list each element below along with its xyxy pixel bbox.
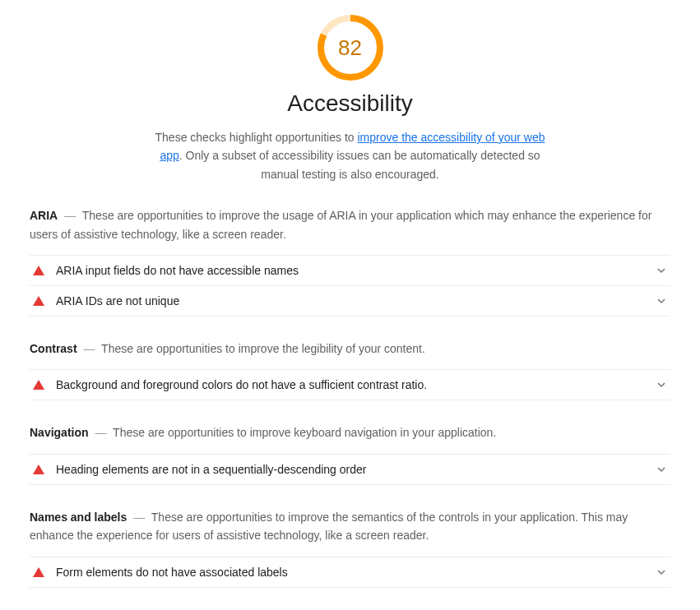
audit-label: ARIA IDs are not unique [56,294,656,307]
chevron-down-icon [656,295,667,307]
section-header-navigation: Navigation — These are opportunities to … [30,423,670,441]
warning-icon [33,464,44,474]
section-header-aria: ARIA — These are opportunities to improv… [30,206,670,243]
audit-label: Background and foreground colors do not … [56,378,656,391]
chevron-down-icon [656,379,667,390]
audit-row[interactable]: ARIA IDs are not unique [30,286,670,317]
warning-icon [33,380,44,390]
audit-row[interactable]: Form elements do not have associated lab… [30,557,670,588]
score-gauge: 82 [318,15,383,81]
section-names-labels: Names and labels — These are opportuniti… [30,508,670,588]
warning-icon [33,296,44,306]
chevron-down-icon [656,265,667,276]
section-header-names-labels: Names and labels — These are opportuniti… [30,508,670,545]
section-contrast: Contrast — These are opportunities to im… [30,340,670,400]
report-header: 82 Accessibility These checks highlight … [30,15,670,183]
warning-icon [33,567,44,577]
section-aria: ARIA — These are opportunities to improv… [30,206,670,317]
score-value: 82 [318,15,383,81]
warning-icon [33,266,44,275]
audit-label: Form elements do not have associated lab… [56,566,656,579]
audit-row[interactable]: Background and foreground colors do not … [30,370,670,400]
chevron-down-icon [656,464,667,475]
section-header-contrast: Contrast — These are opportunities to im… [30,340,670,358]
audit-label: ARIA input fields do not have accessible… [56,264,656,277]
page-subtitle: These checks highlight opportunities to … [153,128,548,183]
audit-label: Heading elements are not in a sequential… [56,463,656,476]
audit-row[interactable]: Heading elements are not in a sequential… [30,455,670,485]
audit-row[interactable]: ARIA input fields do not have accessible… [30,256,670,286]
page-title: Accessibility [30,90,670,117]
chevron-down-icon [656,566,667,578]
section-navigation: Navigation — These are opportunities to … [30,423,670,484]
